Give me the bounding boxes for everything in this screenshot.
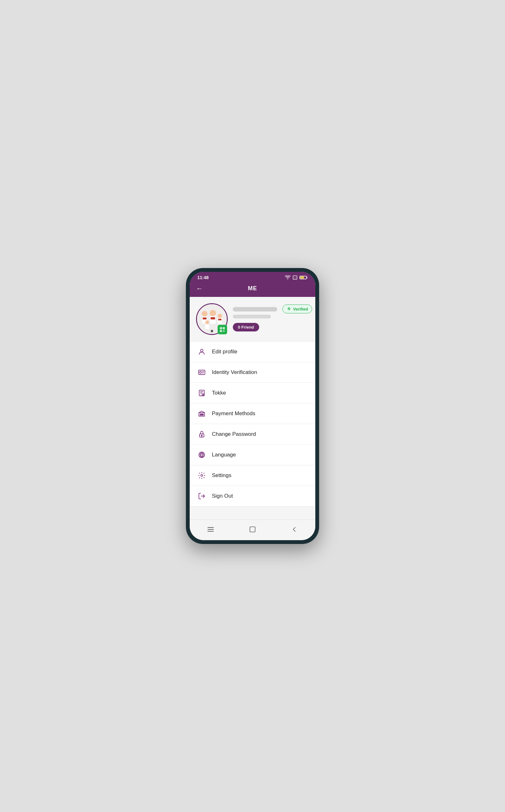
- svg-point-6: [202, 311, 207, 317]
- menu-item-sign-out[interactable]: Sign Out: [190, 486, 315, 506]
- svg-point-12: [218, 314, 222, 318]
- menu-label-change-password: Change Password: [212, 431, 256, 437]
- svg-point-31: [199, 371, 201, 373]
- bottom-nav: [190, 520, 315, 540]
- bank-icon: [197, 409, 206, 418]
- square-icon: [249, 526, 256, 533]
- svg-rect-37: [203, 414, 203, 415]
- back-button[interactable]: ←: [196, 285, 203, 292]
- nav-back-button[interactable]: [289, 524, 300, 535]
- profile-text-area: 0 Friend: [233, 307, 277, 332]
- verified-icon: [287, 307, 292, 312]
- menu-label-settings: Settings: [212, 472, 231, 479]
- profile-section: 👨‍👩‍👧‍👦: [190, 297, 315, 338]
- svg-text:✕: ✕: [294, 277, 296, 279]
- wifi-icon: [285, 275, 291, 280]
- svg-text:👨‍👩‍👧‍👦: 👨‍👩‍👧‍👦: [210, 329, 213, 333]
- svg-rect-28: [224, 331, 224, 332]
- svg-rect-25: [224, 330, 224, 331]
- svg-rect-4: [300, 276, 304, 279]
- svg-rect-23: [220, 331, 221, 332]
- menu-item-identity-verification[interactable]: Identity Verification: [190, 362, 315, 383]
- svg-point-33: [202, 394, 204, 396]
- hamburger-icon: [207, 526, 214, 533]
- svg-point-15: [205, 321, 209, 324]
- svg-rect-35: [200, 414, 201, 415]
- nav-menu-button[interactable]: [205, 524, 216, 535]
- app-header: ← ME: [190, 282, 315, 297]
- svg-rect-21: [223, 328, 224, 329]
- sign-out-icon: [197, 491, 206, 500]
- menu-label-payment-methods: Payment Methods: [212, 410, 256, 417]
- svg-rect-19: [220, 328, 221, 329]
- verified-label: Verified: [293, 307, 308, 312]
- menu-label-language: Language: [212, 452, 236, 458]
- tokke-icon: [197, 389, 206, 397]
- sim-icon: ✕: [293, 275, 298, 280]
- svg-point-29: [200, 349, 203, 352]
- qr-badge[interactable]: [218, 325, 227, 334]
- svg-rect-3: [306, 277, 307, 278]
- gear-icon: [197, 471, 206, 480]
- svg-rect-36: [201, 414, 202, 415]
- menu-label-identity-verification: Identity Verification: [212, 369, 257, 376]
- content-spacer: [190, 506, 315, 519]
- status-bar: 11:48 ✕: [190, 272, 315, 282]
- phone-device: 11:48 ✕: [186, 268, 319, 544]
- sub-skeleton: [233, 315, 271, 319]
- nav-home-button[interactable]: [247, 524, 258, 535]
- menu-item-edit-profile[interactable]: Edit profile: [190, 341, 315, 362]
- svg-rect-14: [218, 319, 221, 321]
- main-content: 👨‍👩‍👧‍👦: [190, 297, 315, 520]
- svg-rect-24: [223, 330, 224, 331]
- svg-rect-43: [250, 527, 256, 532]
- page-title: ME: [248, 285, 257, 292]
- svg-point-9: [210, 310, 216, 316]
- svg-rect-16: [205, 324, 209, 329]
- battery-icon: [300, 275, 308, 280]
- status-time: 11:48: [197, 275, 209, 280]
- menu-label-sign-out: Sign Out: [212, 493, 233, 499]
- phone-screen: 11:48 ✕: [190, 272, 315, 540]
- menu-label-tokke: Tokke: [212, 390, 226, 396]
- svg-rect-34: [199, 413, 205, 416]
- menu-item-language[interactable]: Language: [190, 445, 315, 465]
- friend-count-button[interactable]: 0 Friend: [233, 323, 259, 332]
- verified-badge: Verified: [282, 304, 312, 314]
- avatar-wrapper: 👨‍👩‍👧‍👦: [196, 303, 228, 335]
- triangle-icon: [292, 526, 297, 533]
- person-icon: [197, 347, 206, 356]
- menu-item-payment-methods[interactable]: Payment Methods: [190, 403, 315, 424]
- svg-rect-11: [211, 317, 215, 320]
- status-icons: ✕: [285, 275, 308, 280]
- menu-list: Edit profile Identity Verification: [190, 341, 315, 506]
- svg-rect-27: [224, 331, 224, 332]
- qr-icon: [219, 327, 225, 333]
- name-skeleton: [233, 307, 277, 312]
- svg-rect-8: [203, 318, 206, 320]
- svg-rect-26: [223, 331, 224, 332]
- svg-point-41: [201, 474, 203, 476]
- id-card-icon: [197, 368, 206, 377]
- menu-label-edit-profile: Edit profile: [212, 349, 237, 355]
- lock-icon: [197, 430, 206, 439]
- menu-item-change-password[interactable]: Change Password: [190, 424, 315, 445]
- menu-item-settings[interactable]: Settings: [190, 465, 315, 486]
- globe-icon: [197, 450, 206, 459]
- menu-item-tokke[interactable]: Tokke: [190, 383, 315, 403]
